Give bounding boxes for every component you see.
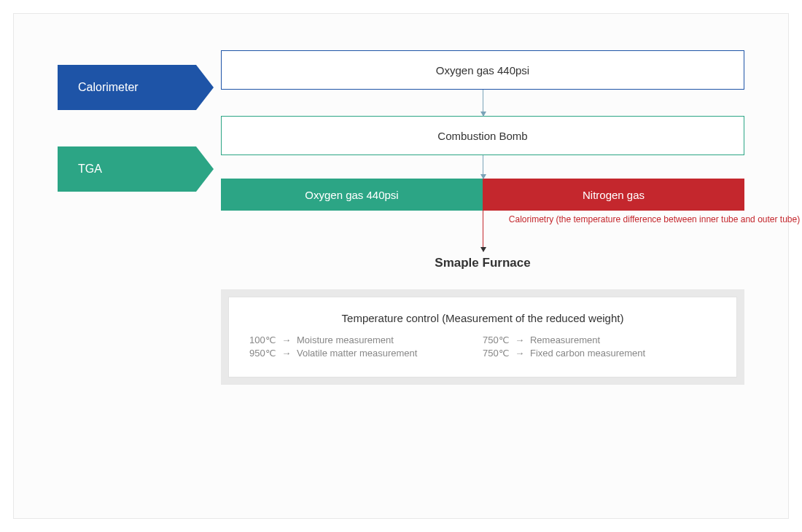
arrow-right-icon: →	[281, 348, 291, 359]
temperature-item: 100℃ → Moisture measurement	[249, 335, 483, 345]
box-nitrogen-split-label: Nitrogen gas	[583, 189, 645, 201]
box-oxygen-top-label: Oxygen gas 440psi	[436, 64, 529, 77]
temperature-grid: 100℃ → Moisture measurement 950℃ → Volat…	[249, 335, 716, 361]
arrow-right-icon: →	[515, 348, 524, 359]
diagram-content: Calorimeter TGA Oxygen gas 440psi Combus…	[58, 50, 744, 489]
box-oxygen-split-label: Oxygen gas 440psi	[305, 189, 398, 201]
box-oxygen-split: Oxygen gas 440psi	[221, 179, 483, 211]
tag-tga: TGA	[58, 146, 196, 192]
calorimetry-note-text: Calorimetry (the temperature difference …	[509, 214, 800, 224]
temperature-desc: Moisture measurement	[297, 335, 394, 345]
tag-tga-label: TGA	[78, 163, 102, 176]
temperature-desc: Fixed carbon measurement	[530, 348, 645, 359]
arrow-2	[483, 155, 483, 179]
tag-calorimeter-label: Calorimeter	[78, 81, 139, 94]
sample-furnace-heading-text: Smaple Furnace	[435, 256, 530, 270]
sample-furnace-heading: Smaple Furnace	[221, 256, 744, 270]
temperature-temp: 750℃	[483, 348, 510, 359]
box-nitrogen-split: Nitrogen gas	[483, 179, 744, 211]
box-combustion: Combustion Bomb	[221, 116, 744, 155]
arrow-right-icon: →	[515, 335, 524, 345]
temperature-col-left: 100℃ → Moisture measurement 950℃ → Volat…	[249, 335, 483, 361]
temperature-panel: Temperature control (Measurement of the …	[221, 289, 744, 385]
arrow-right-icon: →	[281, 335, 291, 345]
temperature-panel-inner: Temperature control (Measurement of the …	[228, 297, 737, 378]
row-split-gases: Oxygen gas 440psi Nitrogen gas	[221, 179, 744, 211]
arrow-1	[483, 90, 483, 116]
temperature-item: 750℃ → Remeasurement	[483, 335, 716, 345]
temperature-temp: 750℃	[483, 335, 510, 345]
tag-calorimeter: Calorimeter	[58, 65, 196, 110]
diagram-container: Calorimeter TGA Oxygen gas 440psi Combus…	[13, 13, 789, 519]
temperature-item: 950℃ → Volatile matter measurement	[249, 348, 483, 359]
calorimetry-note: Calorimetry (the temperature difference …	[483, 212, 802, 225]
box-combustion-label: Combustion Bomb	[437, 130, 527, 142]
temperature-temp: 950℃	[249, 348, 276, 359]
temperature-desc: Volatile matter measurement	[297, 348, 417, 359]
temperature-title: Temperature control (Measurement of the …	[249, 312, 716, 324]
temperature-temp: 100℃	[249, 335, 276, 345]
temperature-col-right: 750℃ → Remeasurement 750℃ → Fixed carbon…	[483, 335, 716, 361]
temperature-desc: Remeasurement	[530, 335, 600, 345]
box-oxygen-top: Oxygen gas 440psi	[221, 50, 744, 90]
temperature-item: 750℃ → Fixed carbon measurement	[483, 348, 716, 359]
